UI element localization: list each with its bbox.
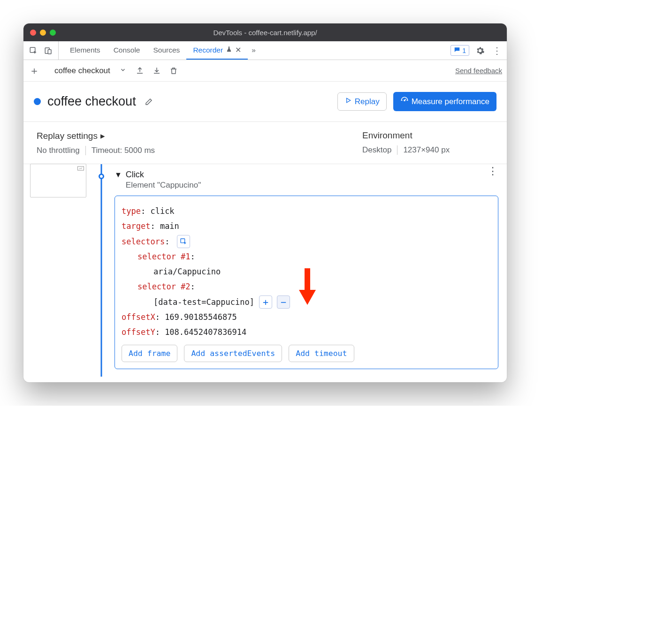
send-feedback-link[interactable]: Send feedback [455, 67, 502, 75]
issues-button[interactable]: 1 [451, 45, 469, 56]
replay-button[interactable]: Replay [337, 92, 387, 111]
prop-offsety-key: offsetY [122, 327, 155, 337]
minimize-window-icon[interactable] [40, 30, 46, 36]
issues-count: 1 [462, 47, 466, 54]
timeline-node[interactable] [99, 174, 104, 179]
replay-settings-heading[interactable]: Replay settings ▸ [37, 130, 362, 141]
remove-selector-button[interactable]: − [277, 295, 290, 309]
svg-rect-6 [305, 268, 310, 291]
device-value: Desktop [362, 145, 391, 155]
maximize-window-icon[interactable] [50, 30, 56, 36]
inspect-element-icon[interactable] [27, 45, 39, 57]
add-frame-button[interactable]: Add frame [122, 345, 177, 362]
more-menu-icon[interactable]: ⋮ [491, 45, 503, 57]
play-icon [344, 97, 352, 106]
environment-heading: Environment [362, 130, 494, 141]
timeout-value: Timeout: 5000 ms [92, 146, 155, 155]
add-timeout-button[interactable]: Add timeout [289, 345, 354, 362]
selector-picker-icon[interactable] [177, 235, 190, 248]
timeline [93, 164, 110, 377]
devtools-tabbar: Elements Console Sources Recorder ✕ » 1 … [23, 41, 507, 60]
tab-recorder[interactable]: Recorder ✕ [186, 41, 248, 60]
selector-2-key: selector #2 [137, 282, 191, 291]
prop-offsetx-value[interactable]: : 169.90185546875 [155, 312, 237, 322]
settings-gear-icon[interactable] [474, 45, 486, 57]
selector-2-value[interactable]: [data-test=Cappucino] [153, 295, 254, 310]
close-tab-icon[interactable]: ✕ [235, 45, 241, 54]
flask-icon [226, 46, 232, 54]
selector-1-value[interactable]: aria/Cappucino [153, 267, 221, 276]
prop-selectors-key: selectors [122, 237, 165, 246]
delete-icon[interactable] [168, 65, 180, 77]
new-recording-icon[interactable]: ＋ [28, 65, 40, 77]
prop-offsety-value[interactable]: : 108.6452407836914 [155, 327, 246, 337]
prop-target-value[interactable]: : main [150, 221, 179, 231]
gauge-icon [400, 96, 409, 107]
close-window-icon[interactable] [30, 30, 36, 36]
prop-offsetx-key: offsetX [122, 312, 155, 322]
device-toolbar-icon[interactable] [42, 45, 54, 57]
expand-step-icon[interactable]: ▼ [115, 171, 122, 179]
recording-title: coffee checkout [47, 94, 136, 109]
titlebar: DevTools - coffee-cart.netlify.app/ [23, 23, 507, 41]
tab-sources[interactable]: Sources [147, 41, 187, 60]
annotation-arrow-icon [298, 268, 317, 306]
window-title: DevTools - coffee-cart.netlify.app/ [23, 29, 507, 37]
import-icon[interactable] [151, 65, 163, 77]
tab-elements[interactable]: Elements [63, 41, 107, 60]
add-asserted-events-button[interactable]: Add assertedEvents [184, 345, 282, 362]
throttling-value: No throttling [37, 146, 80, 155]
recording-status-dot [34, 98, 41, 105]
message-icon [454, 46, 460, 54]
recorder-toolbar: ＋ coffee checkout Send feedback [23, 60, 507, 82]
recording-select[interactable]: coffee checkout [52, 66, 129, 76]
prop-target-key: target [122, 221, 150, 231]
add-selector-button[interactable]: + [259, 295, 272, 309]
devtools-window: DevTools - coffee-cart.netlify.app/ Elem… [23, 23, 507, 382]
edit-title-icon[interactable] [143, 96, 155, 108]
step-list: ▼ Click Element "Cappucino" ⋮ type: clic… [23, 164, 507, 382]
chevron-down-icon [120, 66, 126, 76]
tab-console[interactable]: Console [107, 41, 147, 60]
window-controls [30, 30, 56, 36]
step-menu-icon[interactable]: ⋮ [487, 170, 498, 173]
step-title: Click [126, 170, 483, 180]
export-icon[interactable] [134, 65, 146, 77]
caret-right-icon: ▸ [100, 130, 105, 141]
selector-1-key: selector #1 [137, 252, 191, 261]
measure-performance-button[interactable]: Measure performance [393, 92, 496, 111]
step-details: type: click target: main selectors: sele… [115, 196, 498, 369]
settings-row: Replay settings ▸ No throttling Timeout:… [23, 122, 507, 164]
dimensions-value: 1237×940 px [403, 145, 450, 155]
recording-header: coffee checkout Replay Measure performan… [23, 82, 507, 122]
more-tabs-icon[interactable]: » [248, 41, 260, 60]
prop-type-key: type [122, 206, 141, 216]
step-subtitle: Element "Cappucino" [126, 181, 483, 190]
svg-rect-2 [48, 49, 51, 53]
svg-point-3 [404, 100, 405, 101]
step-thumbnail [30, 164, 86, 377]
prop-type-value[interactable]: : click [141, 206, 175, 216]
